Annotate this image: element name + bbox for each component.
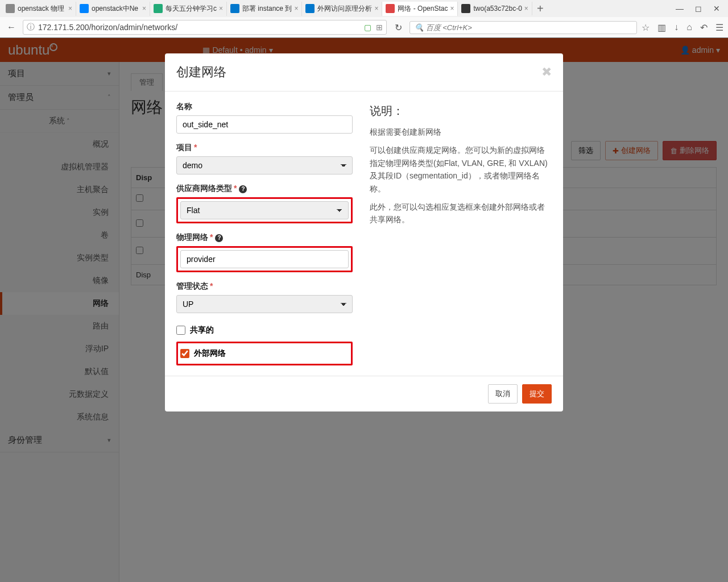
shared-label: 共享的 — [190, 325, 214, 335]
project-select[interactable]: demo — [176, 156, 353, 174]
close-tab-icon[interactable]: × — [372, 5, 378, 13]
new-tab-button[interactable]: + — [532, 2, 548, 15]
browser-tab-active[interactable]: 网络 - OpenStac× — [382, 2, 458, 16]
favicon — [461, 4, 470, 13]
close-window-icon[interactable]: ✕ — [713, 4, 720, 13]
download-icon[interactable]: ↓ — [674, 22, 679, 33]
browser-tab[interactable]: 每天五分钟学习c× — [150, 2, 227, 16]
project-label: 项目* — [176, 143, 353, 153]
admin-state-label: 管理状态* — [176, 281, 353, 292]
name-input[interactable] — [176, 115, 353, 134]
description-title: 说明： — [370, 102, 552, 120]
close-tab-icon[interactable]: × — [217, 5, 223, 13]
shared-checkbox-row: 共享的 — [176, 322, 353, 338]
description-text: 此外，您可以勾选相应复选框来创建外部网络或者共享网络。 — [370, 201, 552, 226]
description-text: 可以创建供应商规定网络。您可以为新的虚拟网络指定物理网络类型(如Flat, VL… — [370, 144, 552, 195]
browser-tab-bar: openstack 物理× openstack中Ne× 每天五分钟学习c× 部署… — [0, 0, 728, 17]
browser-nav-bar: ← ⓘ 172.171.5.200/horizon/admin/networks… — [0, 17, 728, 38]
info-icon[interactable]: ⓘ — [27, 22, 35, 32]
submit-button[interactable]: 提交 — [522, 384, 552, 404]
shield-icon[interactable]: ▢ — [364, 23, 371, 32]
browser-tab[interactable]: two(a53c72bc-0× — [458, 2, 532, 15]
url-text: 172.171.5.200/horizon/admin/networks/ — [38, 23, 177, 32]
favicon — [6, 4, 15, 13]
highlight-annotation: Flat — [176, 197, 353, 223]
favicon — [154, 4, 163, 13]
close-tab-icon[interactable]: × — [522, 5, 528, 13]
browser-tab[interactable]: 部署 instance 到× — [227, 2, 302, 16]
external-checkbox-row: 外部网络 — [180, 346, 349, 361]
physical-network-input[interactable] — [180, 250, 349, 268]
browser-tab[interactable]: 外网访问原理分析× — [302, 2, 382, 16]
home-icon[interactable]: ⌂ — [686, 22, 692, 33]
close-tab-icon[interactable]: × — [66, 5, 72, 13]
close-tab-icon[interactable]: × — [448, 5, 454, 13]
search-input[interactable] — [410, 21, 637, 34]
provider-type-label: 供应商网络类型*? — [176, 184, 353, 194]
favicon — [80, 4, 89, 13]
provider-type-select[interactable]: Flat — [180, 201, 349, 219]
help-icon[interactable]: ? — [239, 185, 247, 193]
shared-checkbox[interactable] — [176, 326, 185, 335]
create-network-modal: 创建网络 ✖ 名称 项目* demo 供应商网络类型*? Flat — [165, 53, 563, 411]
browser-tab[interactable]: openstack中Ne× — [76, 2, 150, 16]
back-button[interactable]: ← — [5, 22, 18, 32]
favicon — [386, 4, 395, 13]
close-tab-icon[interactable]: × — [292, 5, 298, 13]
favicon — [230, 4, 239, 13]
library-icon[interactable]: ▥ — [657, 22, 666, 33]
maximize-icon[interactable]: ◻ — [695, 4, 702, 13]
highlight-annotation: 外部网络 — [176, 342, 353, 365]
external-checkbox[interactable] — [180, 349, 189, 358]
menu-icon[interactable]: ☰ — [715, 22, 723, 33]
favicon — [305, 4, 315, 13]
reload-button[interactable]: ↻ — [391, 22, 405, 33]
close-tab-icon[interactable]: × — [140, 5, 146, 13]
browser-tab[interactable]: openstack 物理× — [2, 2, 76, 16]
cancel-button[interactable]: 取消 — [488, 384, 518, 404]
modal-overlay: 创建网络 ✖ 名称 项目* demo 供应商网络类型*? Flat — [0, 38, 728, 582]
history-icon[interactable]: ↶ — [700, 22, 708, 33]
description-text: 根据需要创建新网络 — [370, 126, 552, 138]
qr-icon[interactable]: ⊞ — [376, 23, 383, 32]
external-label: 外部网络 — [194, 348, 226, 359]
highlight-annotation — [176, 246, 353, 272]
modal-title: 创建网络 — [176, 64, 226, 81]
admin-state-select[interactable]: UP — [176, 295, 353, 313]
help-icon[interactable]: ? — [215, 234, 223, 242]
star-icon[interactable]: ☆ — [642, 22, 650, 33]
close-icon[interactable]: ✖ — [541, 65, 552, 80]
physical-network-label: 物理网络*? — [176, 232, 353, 243]
url-bar[interactable]: ⓘ 172.171.5.200/horizon/admin/networks/ … — [23, 20, 387, 35]
minimize-icon[interactable]: — — [676, 4, 684, 13]
name-label: 名称 — [176, 102, 353, 112]
